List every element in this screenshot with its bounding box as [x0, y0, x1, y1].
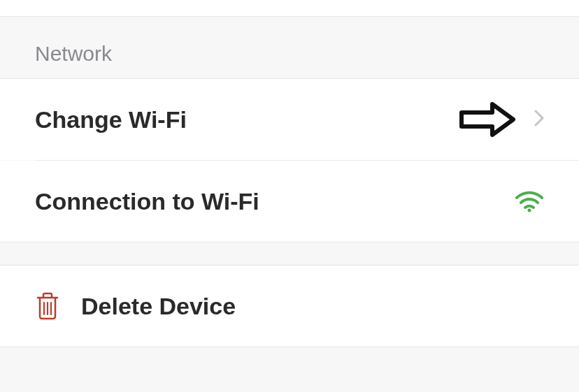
network-section-header: Network: [0, 17, 579, 79]
chevron-right-icon: [534, 110, 544, 129]
wifi-icon: [515, 190, 544, 212]
connection-status-label: Connection to Wi-Fi: [35, 188, 515, 215]
trash-icon: [35, 292, 60, 320]
delete-device-row[interactable]: Delete Device: [0, 266, 579, 347]
delete-device-label: Delete Device: [81, 293, 544, 320]
bottom-gap: [0, 347, 579, 389]
connection-status-row[interactable]: Connection to Wi-Fi: [0, 161, 579, 242]
change-wifi-label: Change Wi-Fi: [35, 106, 457, 133]
arrow-right-icon: [457, 100, 517, 139]
connection-status-right: [515, 190, 544, 212]
top-blank-bar: [0, 0, 579, 17]
change-wifi-right: [457, 100, 544, 139]
svg-point-0: [528, 209, 531, 212]
change-wifi-row[interactable]: Change Wi-Fi: [0, 79, 579, 160]
section-gap: [0, 242, 579, 266]
